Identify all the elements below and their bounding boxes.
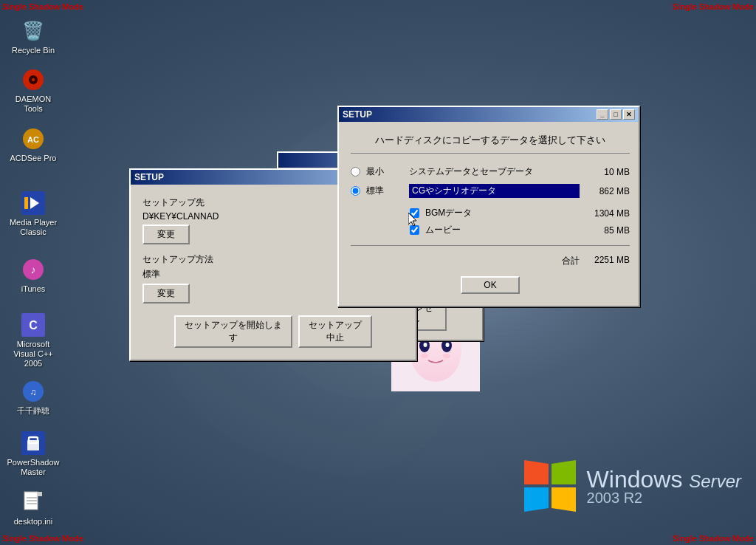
movie-size: 85 MB	[585, 225, 630, 236]
setup-main-content: ハードディスクにコピーするデータを選択して下さい 最小 システムデータとセーブデ…	[339, 122, 642, 306]
desktop-icon-recycle-bin[interactable]: 🗑️ Recycle Bin	[4, 16, 63, 58]
senzen-label: 千千静聴	[17, 406, 49, 416]
desktop-icon-itunes[interactable]: ♪ iTunes	[4, 255, 63, 297]
desktop-icon-msvc[interactable]: C Microsoft Visual C++ 2005	[4, 310, 63, 372]
msvc-label: Microsoft Visual C++ 2005	[7, 340, 60, 369]
desktop-icon-daemon-tools[interactable]: DAEMON Tools	[4, 65, 63, 117]
corner-br-text: Single Shadow Mode	[673, 534, 754, 543]
std-desc: CGやシナリオデータ	[409, 184, 580, 198]
desktop-icon-desktop-ini[interactable]: desktop.ini	[4, 487, 63, 529]
powershadow-icon	[21, 431, 45, 455]
setup-back-title: SETUP	[134, 172, 164, 182]
svg-text:AC: AC	[27, 135, 39, 144]
ok-btn[interactable]: OK	[461, 276, 520, 294]
desktop-icon-acdsee[interactable]: AC ACDSee Pro	[4, 124, 63, 166]
divider	[351, 245, 630, 246]
std-option-row: 標準 CGやシナリオデータ 862 MB	[351, 184, 630, 198]
acdsee-label: ACDSee Pro	[10, 154, 57, 163]
windows-server-branding: Windows Server 2003 R2	[520, 456, 741, 515]
min-desc: システムデータとセーブデータ	[409, 165, 580, 178]
min-label[interactable]: 最小	[366, 165, 403, 178]
total-size: 2251 MB	[594, 255, 630, 267]
itunes-label: iTunes	[21, 284, 46, 294]
movie-option-row: ムービー 85 MB	[410, 224, 630, 236]
svg-rect-19	[38, 492, 42, 496]
change-dest-btn[interactable]: 変更	[142, 224, 190, 244]
svg-point-30	[443, 354, 450, 358]
desktop-icon-powershadow[interactable]: PowerShadow Master	[4, 428, 63, 480]
media-player-icon	[21, 191, 45, 215]
svg-point-29	[421, 354, 428, 358]
movie-label[interactable]: ムービー	[425, 224, 580, 236]
setup-header: ハードディスクにコピーするデータを選択して下さい	[351, 134, 630, 154]
recycle-bin-label: Recycle Bin	[12, 46, 55, 55]
acdsee-icon: AC	[21, 127, 45, 151]
std-label[interactable]: 標準	[366, 185, 403, 197]
svg-rect-7	[24, 197, 28, 209]
bg-label[interactable]: BGMデータ	[425, 207, 580, 219]
min-radio[interactable]	[351, 167, 360, 176]
svg-text:♫: ♫	[30, 387, 37, 397]
desktop-icon-senzen[interactable]: ♫ 千千静聴	[4, 377, 63, 419]
desktop-icon-media-player[interactable]: Media Player Classic	[4, 188, 63, 240]
setup-main-titlebar: SETUP _ □ ✕	[339, 107, 639, 122]
daemon-tools-icon	[21, 68, 45, 92]
svg-text:♪: ♪	[31, 264, 36, 275]
svg-marker-31	[408, 213, 416, 226]
movie-checkbox[interactable]	[410, 225, 419, 235]
windows-text: Windows	[587, 466, 683, 493]
ok-area: OK	[351, 276, 630, 294]
svg-point-28	[446, 343, 450, 347]
cancel-setup-btn[interactable]: セットアップ中止	[298, 315, 372, 348]
close-btn-main[interactable]: ✕	[623, 109, 635, 120]
server-text: Server	[689, 471, 741, 491]
windows-logo	[520, 456, 580, 515]
min-size: 10 MB	[585, 167, 630, 177]
total-row: 合計 2251 MB	[351, 255, 630, 267]
min-option-row: 最小 システムデータとセーブデータ 10 MB	[351, 165, 630, 178]
recycle-bin-icon: 🗑️	[21, 19, 45, 43]
std-radio[interactable]	[351, 186, 360, 196]
install-options: 最小 システムデータとセーブデータ 10 MB 標準 CGやシナリオデータ 86…	[351, 165, 630, 236]
svg-text:C: C	[29, 319, 38, 332]
bg-size: 1304 MB	[585, 208, 630, 219]
msvc-icon: C	[21, 313, 45, 337]
start-setup-btn[interactable]: セットアップを開始します	[174, 315, 292, 348]
desktop: Single Shadow Mode Single Shadow Mode Si…	[0, 0, 756, 545]
sub-options: BGMデータ 1304 MB ムービー 85 MB	[351, 207, 630, 236]
setup-main-dialog: SETUP _ □ ✕ ハードディスクにコピーするデータを選択して下さい 最小 …	[337, 106, 640, 307]
powershadow-label: PowerShadow Master	[7, 458, 60, 477]
std-size: 862 MB	[585, 186, 630, 196]
svg-point-2	[32, 78, 35, 81]
senzen-icon: ♫	[21, 380, 45, 403]
minimize-btn[interactable]: _	[597, 109, 608, 120]
maximize-btn[interactable]: □	[610, 109, 622, 120]
mouse-cursor	[408, 213, 417, 226]
corner-tl-text: Single Shadow Mode	[2, 2, 83, 11]
itunes-icon: ♪	[21, 258, 45, 281]
setup-main-title: SETUP	[343, 109, 372, 120]
svg-point-27	[424, 343, 427, 347]
media-player-label: Media Player Classic	[7, 218, 60, 237]
corner-tr-text: Single Shadow Mode	[673, 2, 754, 11]
corner-bl-text: Single Shadow Mode	[2, 534, 83, 543]
bg-option-row: BGMデータ 1304 MB	[410, 207, 630, 219]
desktop-ini-label: desktop.ini	[14, 517, 53, 527]
change-method-btn[interactable]: 変更	[142, 284, 190, 304]
total-label: 合計	[562, 255, 580, 267]
desktop-ini-icon	[21, 490, 45, 514]
daemon-tools-label: DAEMON Tools	[7, 95, 60, 114]
